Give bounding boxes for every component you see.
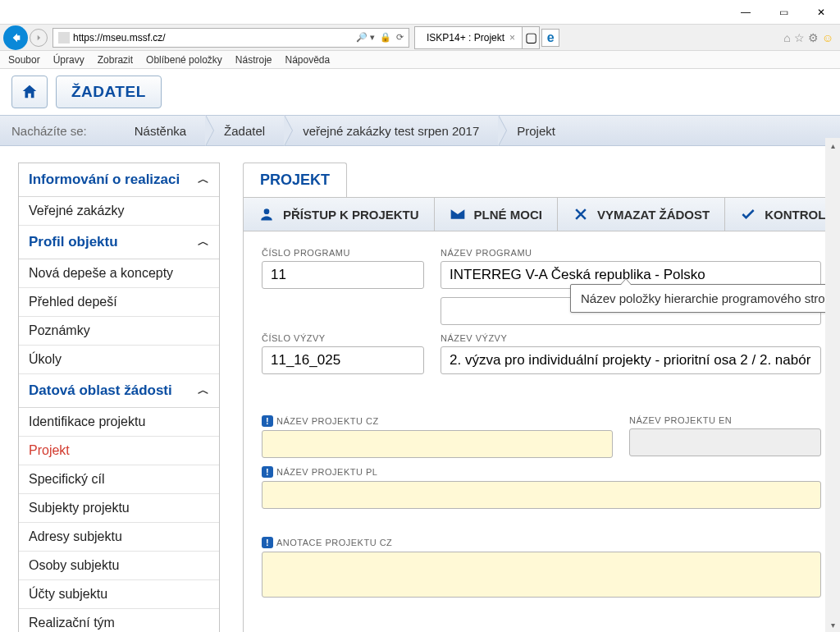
sidebar-item-persons[interactable]: Osoby subjektu [19, 552, 219, 580]
form-area: ČÍSLO PROGRAMU NÁZEV PROGRAMU Název polo… [243, 231, 840, 632]
input-nazev-projektu-cz[interactable] [262, 430, 613, 458]
people-icon [258, 206, 275, 222]
tab-close-button[interactable]: × [509, 32, 515, 44]
label-nazev-vyzvy: NÁZEV VÝZVY [441, 333, 821, 343]
menu-tools[interactable]: Nástroje [235, 54, 272, 66]
input-cislo-programu[interactable] [262, 261, 424, 289]
tab-title: ISKP14+ : Projekt [427, 32, 504, 44]
sidebar-item-msg-overview[interactable]: Přehled depeší [19, 288, 219, 317]
app-topbar: ŽADATEL [0, 69, 840, 115]
menu-fav[interactable]: Oblíbené položky [146, 54, 222, 66]
vertical-scrollbar[interactable]: ▴ ▾ [825, 138, 840, 632]
new-tab-button[interactable]: ▢ [522, 26, 540, 49]
input-nazev-vyzvy[interactable] [441, 346, 821, 374]
sidebar-group-realization[interactable]: Informování o realizaci ︿ [19, 163, 219, 197]
role-button[interactable]: ŽADATEL [56, 76, 162, 108]
breadcrumb-label: Nacházíte se: [11, 124, 87, 138]
sidebar-item-tenders[interactable]: Veřejné zakázky [19, 197, 219, 226]
action-check[interactable]: KONTROLA [725, 198, 840, 231]
label-anotace-cz: !ANOTACE PROJEKTU CZ [262, 537, 821, 548]
sidebar-group-title: Informování o realizaci [29, 172, 180, 188]
scroll-up-icon[interactable]: ▴ [825, 138, 840, 153]
ie-menu-bar: Soubor Úpravy Zobrazit Oblíbené položky … [0, 51, 840, 69]
sidebar: Informování o realizaci ︿ Veřejné zakázk… [18, 163, 220, 632]
browser-toolbar: https://mseu.mssf.cz/ 🔎 ▾ 🔒 ⟳ ISKP14+ : … [0, 25, 840, 51]
breadcrumb-tender[interactable]: veřejné zakázky test srpen 2017 [285, 115, 499, 146]
tooltip: Název položky hierarchie programového st… [570, 284, 840, 313]
window-minimize-button[interactable]: — [727, 0, 765, 25]
lock-icon: 🔒 [380, 32, 391, 43]
main-tab-row: PROJEKT [243, 163, 840, 197]
scroll-down-icon[interactable]: ▾ [825, 617, 840, 632]
url-text: https://mseu.mssf.cz/ [73, 32, 353, 44]
browser-right-icons: ⌂ ☆ ⚙ ☺ [783, 31, 840, 44]
refresh-icon[interactable]: ⟳ [396, 32, 404, 43]
action-delete[interactable]: VYMAZAT ŽÁDOST [558, 198, 725, 231]
address-bar[interactable]: https://mseu.mssf.cz/ 🔎 ▾ 🔒 ⟳ [52, 28, 409, 48]
menu-view[interactable]: Zobrazit [98, 54, 133, 66]
sidebar-item-subjects[interactable]: Subjekty projektu [19, 494, 219, 523]
favorites-icon[interactable]: ☆ [794, 31, 805, 44]
required-badge: ! [262, 415, 273, 427]
window-close-button[interactable]: ✕ [802, 0, 840, 25]
label-nazev-projektu-pl: !NÁZEV PROJEKTU PL [262, 466, 821, 478]
menu-edit[interactable]: Úpravy [53, 54, 84, 66]
action-access[interactable]: PŘÍSTUP K PROJEKTU [244, 198, 435, 231]
chevron-up-icon: ︿ [198, 235, 209, 250]
breadcrumb-project[interactable]: Projekt [499, 115, 575, 146]
sidebar-item-ident[interactable]: Identifikace projektu [19, 408, 219, 437]
required-badge: ! [262, 537, 273, 548]
action-label: VYMAZAT ŽÁDOST [597, 208, 710, 222]
label-nazev-projektu-cz: !NÁZEV PROJEKTU CZ [262, 415, 613, 427]
breadcrumb-applicant[interactable]: Žadatel [206, 115, 285, 146]
window-maximize-button[interactable]: ▭ [765, 0, 802, 25]
menu-file[interactable]: Soubor [8, 54, 40, 66]
nav-forward-button[interactable] [30, 29, 48, 47]
address-controls: 🔎 ▾ 🔒 ⟳ [356, 32, 404, 43]
sidebar-item-goal[interactable]: Specifický cíl [19, 465, 219, 494]
sidebar-group-title: Datová oblast žádosti [29, 382, 172, 399]
sidebar-group-profile[interactable]: Profil objektu ︿ [19, 226, 219, 259]
input-cislo-vyzvy[interactable] [262, 346, 424, 374]
edge-icon[interactable]: e [541, 29, 559, 47]
browser-tab[interactable]: ISKP14+ : Projekt × [414, 26, 523, 49]
feedback-icon[interactable]: ☺ [822, 31, 833, 44]
action-bar: PŘÍSTUP K PROJEKTU PLNÉ MOCI VYMAZAT ŽÁD… [243, 197, 840, 231]
action-label: PŘÍSTUP K PROJEKTU [283, 208, 419, 222]
window-titlebar: — ▭ ✕ [0, 0, 840, 25]
search-dropdown-icon[interactable]: 🔎 ▾ [356, 32, 375, 43]
input-nazev-projektu-en[interactable] [629, 428, 821, 456]
tab-project[interactable]: PROJEKT [243, 163, 347, 197]
sidebar-group-data[interactable]: Datová oblast žádosti ︿ [19, 374, 219, 408]
input-nazev-projektu-pl[interactable] [262, 481, 821, 509]
sidebar-item-new-msg[interactable]: Nová depeše a koncepty [19, 259, 219, 288]
sidebar-item-accounts[interactable]: Účty subjektu [19, 580, 219, 609]
home-icon[interactable]: ⌂ [783, 31, 790, 44]
label-cislo-vyzvy: ČÍSLO VÝZVY [262, 333, 424, 343]
sidebar-item-team[interactable]: Realizační tým [19, 609, 219, 632]
action-label: KONTROLA [765, 208, 834, 222]
breadcrumb-dashboard[interactable]: Nástěnka [116, 115, 206, 146]
sidebar-item-notes[interactable]: Poznámky [19, 317, 219, 346]
app-home-button[interactable] [11, 76, 48, 108]
app-body: Informování o realizaci ︿ Veřejné zakázk… [0, 146, 840, 632]
label-nazev-programu: NÁZEV PROGRAMU [441, 248, 821, 258]
house-icon [21, 83, 39, 101]
textarea-anotace-cz[interactable] [262, 552, 821, 598]
breadcrumb: Nacházíte se: Nástěnka Žadatel veřejné z… [0, 115, 840, 146]
sidebar-group-title: Profil objektu [29, 234, 118, 250]
app-viewport: ŽADATEL Nacházíte se: Nástěnka Žadatel v… [0, 69, 840, 632]
sidebar-item-project[interactable]: Projekt [19, 437, 219, 465]
action-proxy[interactable]: PLNÉ MOCI [435, 198, 558, 231]
check-icon [740, 206, 756, 222]
sidebar-item-tasks[interactable]: Úkoly [19, 346, 219, 374]
sidebar-item-addresses[interactable]: Adresy subjektu [19, 523, 219, 552]
menu-help[interactable]: Nápověda [285, 54, 331, 66]
arrow-left-icon [9, 31, 22, 44]
site-favicon [58, 32, 70, 44]
label-nazev-projektu-en: NÁZEV PROJEKTU EN [629, 415, 821, 425]
arrow-right-icon [34, 34, 43, 42]
delete-icon [573, 206, 589, 222]
nav-back-button[interactable] [3, 25, 28, 50]
tools-icon[interactable]: ⚙ [808, 31, 819, 44]
